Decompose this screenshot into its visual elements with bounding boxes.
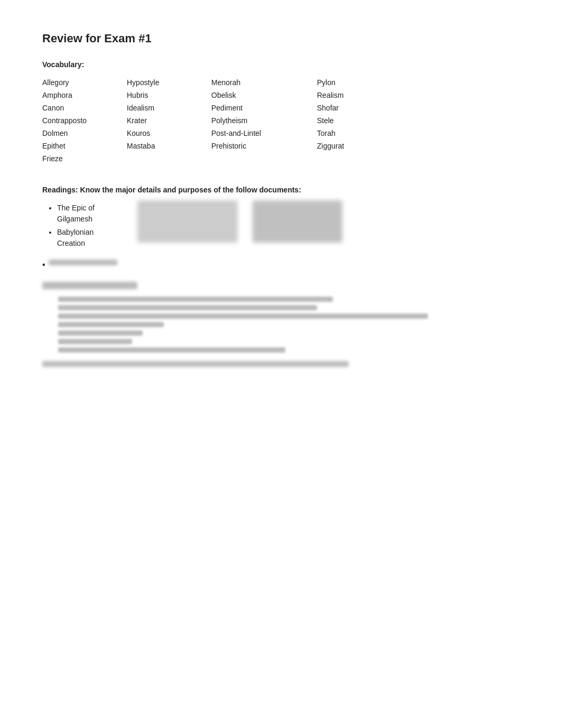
page-title: Review for Exam #1	[42, 32, 519, 45]
vocab-item: Ziggurat	[317, 141, 401, 152]
blurred-reading-item	[49, 260, 117, 265]
readings-list-area: The Epic ofGilgamesh BabylonianCreation …	[42, 202, 117, 271]
blurred-image-2	[248, 200, 347, 244]
vocab-item: Idealism	[127, 103, 211, 114]
blurred-text-block	[58, 297, 519, 353]
vocab-item: Polytheism	[211, 115, 317, 126]
vocab-item: Allegory	[42, 77, 127, 88]
vocab-item: Mastaba	[127, 141, 211, 152]
page-content: Review for Exam #1 Vocabulary: Allegory …	[0, 0, 561, 399]
reading-item-3-blurred: •	[42, 260, 117, 269]
reading-item-1: The Epic ofGilgamesh	[57, 202, 117, 225]
vocab-item: Kouros	[127, 128, 211, 139]
vocab-item: Hypostyle	[127, 77, 211, 88]
vocab-item: Prehistoric	[211, 141, 317, 152]
vocab-col-2: Hypostyle Hubris Idealism Krater Kouros …	[127, 77, 211, 164]
vocab-item: Epithet	[42, 141, 127, 152]
vocab-item: Realism	[317, 90, 401, 101]
vocab-item: Canon	[42, 103, 127, 114]
vocab-item: Dolmen	[42, 128, 127, 139]
vocabulary-grid: Allegory Amphora Canon Contrapposto Dolm…	[42, 77, 519, 164]
vocabulary-label: Vocabulary:	[42, 60, 519, 69]
vocab-col-3: Menorah Obelisk Pediment Polytheism Post…	[211, 77, 317, 164]
vocab-item: Hubris	[127, 90, 211, 101]
blurred-image-1	[133, 200, 242, 244]
vocab-item: Pylon	[317, 77, 401, 88]
readings-list: The Epic ofGilgamesh BabylonianCreation	[42, 202, 117, 249]
vocab-item: Amphora	[42, 90, 127, 101]
reading-item-2: BabylonianCreation	[57, 227, 117, 249]
vocab-item: Pediment	[211, 103, 317, 114]
footer-blurred-line	[42, 361, 519, 367]
vocab-item: Contrapposto	[42, 115, 127, 126]
vocab-item: Shofar	[317, 103, 401, 114]
vocab-item: Obelisk	[211, 90, 317, 101]
readings-label: Readings: Know the major details and pur…	[42, 186, 519, 194]
vocab-item: Krater	[127, 115, 211, 126]
blurred-images-area	[133, 200, 347, 244]
vocab-item: Menorah	[211, 77, 317, 88]
vocab-col-4: Pylon Realism Shofar Stele Torah Ziggura…	[317, 77, 401, 164]
vocab-item: Stele	[317, 115, 401, 126]
vocab-item: Post-and-Lintel	[211, 128, 317, 139]
vocab-col-1: Allegory Amphora Canon Contrapposto Dolm…	[42, 77, 127, 164]
blurred-section-heading	[42, 282, 519, 289]
vocab-item: Torah	[317, 128, 401, 139]
vocab-item: Frieze	[42, 153, 127, 164]
